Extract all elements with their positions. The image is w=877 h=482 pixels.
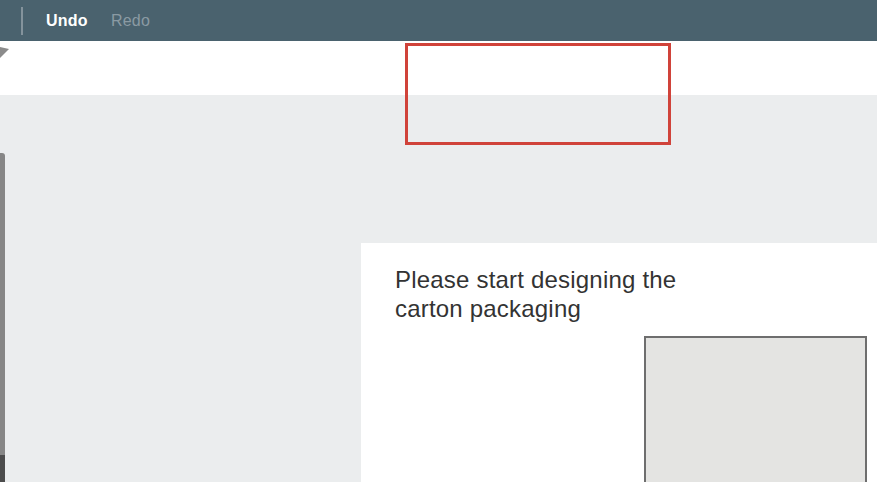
design-panel: Please start designing the carton packag… — [361, 243, 877, 482]
panel-collapse-arrow-icon[interactable] — [0, 47, 9, 58]
save-toolbar: ! You can save or update your curent des… — [0, 41, 877, 95]
carton-face-rectangle[interactable] — [644, 336, 867, 482]
redo-button[interactable]: Redo — [111, 0, 150, 41]
page-title: Please start designing the carton packag… — [395, 265, 743, 323]
top-bar: Undo Redo — [0, 0, 877, 41]
design-canvas[interactable]: Please start designing the carton packag… — [0, 95, 877, 482]
sidebar-handle-dark-segment — [0, 455, 5, 482]
topbar-accent-line — [21, 7, 23, 35]
undo-button[interactable]: Undo — [46, 0, 88, 41]
collapsed-sidebar-handle[interactable] — [0, 153, 5, 482]
